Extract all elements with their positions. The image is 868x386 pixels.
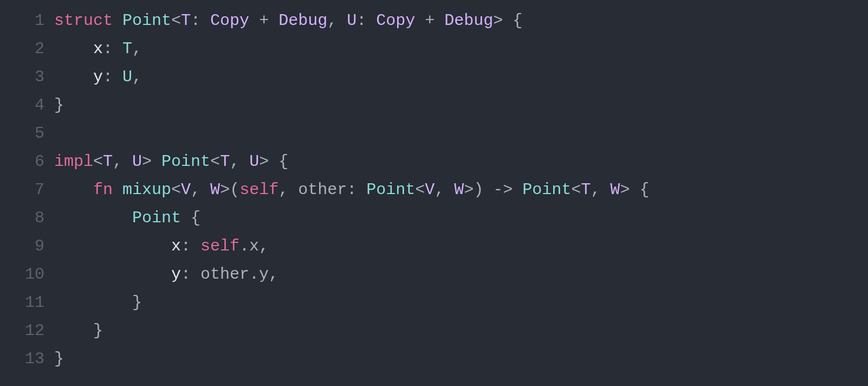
code-token: } — [54, 96, 64, 114]
code-token — [54, 209, 132, 227]
line-number: 7 — [0, 176, 44, 204]
code-token: { — [181, 209, 200, 227]
code-token: Point — [522, 181, 571, 199]
code-token — [54, 237, 171, 255]
code-token: Copy — [210, 11, 249, 30]
line-number: 11 — [0, 288, 44, 317]
code-line[interactable]: } — [54, 91, 868, 119]
code-line[interactable]: y: U, — [54, 63, 868, 91]
code-token: : other.y, — [181, 265, 278, 284]
line-number: 3 — [0, 63, 44, 91]
code-token: : — [103, 40, 122, 58]
line-number: 2 — [0, 35, 44, 63]
code-token: W — [610, 181, 620, 199]
code-token: < — [210, 152, 220, 171]
code-token: V — [425, 181, 435, 199]
code-token: struct — [54, 11, 113, 30]
code-token: Point — [122, 11, 171, 30]
code-token: : — [103, 68, 122, 86]
code-token: { — [503, 11, 522, 30]
code-token: U — [122, 68, 132, 86]
code-token: > — [142, 152, 161, 171]
code-token: Point — [366, 181, 415, 199]
line-number-gutter: 12345678910111213 — [0, 7, 54, 373]
code-token: .x, — [239, 237, 269, 255]
code-token: >( — [220, 181, 239, 199]
line-number: 13 — [0, 345, 44, 373]
code-token: y — [93, 68, 103, 86]
code-token: , — [591, 181, 610, 199]
code-token: impl — [54, 152, 93, 171]
code-line[interactable]: x: self.x, — [54, 232, 868, 260]
code-token: T — [122, 40, 132, 58]
code-token: , — [191, 181, 210, 199]
code-token: , — [132, 40, 142, 58]
code-token: > { — [620, 181, 649, 199]
code-token: Debug — [444, 11, 493, 30]
code-token: : — [191, 11, 210, 30]
code-token: , other: — [278, 181, 366, 199]
code-token: >) -> — [464, 181, 522, 199]
code-token: } — [54, 321, 103, 340]
code-token: , — [435, 181, 454, 199]
code-token: : — [181, 237, 200, 255]
code-token: self — [239, 181, 278, 199]
code-token: W — [454, 181, 464, 199]
code-token: > { — [259, 152, 288, 171]
code-token: < — [93, 152, 103, 171]
code-token: , — [327, 11, 347, 30]
code-token: , — [113, 152, 132, 171]
code-token: : — [357, 11, 376, 30]
code-token: T — [103, 152, 113, 171]
code-line[interactable]: impl<T, U> Point<T, U> { — [54, 147, 868, 176]
code-token: , — [132, 68, 142, 86]
code-token — [54, 40, 93, 58]
line-number: 6 — [0, 147, 44, 176]
code-token: T — [181, 11, 191, 30]
code-token: U — [132, 152, 142, 171]
code-token: T — [581, 181, 591, 199]
code-token: x — [93, 40, 103, 58]
code-token: U — [347, 11, 357, 30]
code-token: + — [415, 11, 444, 30]
code-line[interactable]: } — [54, 288, 868, 317]
code-editor[interactable]: 12345678910111213 struct Point<T: Copy +… — [0, 0, 868, 373]
code-token: self — [200, 237, 239, 255]
code-line[interactable]: Point { — [54, 204, 868, 232]
code-line[interactable]: fn mixup<V, W>(self, other: Point<V, W>)… — [54, 176, 868, 204]
code-line[interactable] — [54, 119, 868, 147]
code-line[interactable]: struct Point<T: Copy + Debug, U: Copy + … — [54, 7, 868, 35]
line-number: 8 — [0, 204, 44, 232]
code-token: Point — [161, 152, 210, 171]
code-line[interactable]: } — [54, 317, 868, 345]
code-content[interactable]: struct Point<T: Copy + Debug, U: Copy + … — [54, 7, 868, 373]
code-token: V — [181, 181, 191, 199]
code-token: Copy — [376, 11, 415, 30]
code-token — [113, 11, 122, 30]
code-token: Debug — [278, 11, 327, 30]
code-token: } — [54, 350, 64, 368]
code-token: < — [415, 181, 425, 199]
code-token: < — [171, 181, 181, 199]
code-line[interactable]: y: other.y, — [54, 260, 868, 288]
code-token: } — [54, 293, 142, 312]
code-token — [54, 181, 93, 199]
line-number: 5 — [0, 119, 44, 147]
code-token: < — [571, 181, 581, 199]
code-token: > — [493, 11, 503, 30]
code-token — [54, 68, 93, 86]
code-token — [54, 265, 171, 284]
code-token: U — [249, 152, 259, 171]
line-number: 10 — [0, 260, 44, 288]
code-token: , — [230, 152, 249, 171]
code-token: + — [249, 11, 278, 30]
code-token: W — [210, 181, 220, 199]
code-line[interactable]: } — [54, 345, 868, 373]
code-token: mixup — [122, 181, 171, 199]
code-token: T — [220, 152, 230, 171]
code-token: fn — [93, 181, 113, 199]
line-number: 4 — [0, 91, 44, 119]
code-token: Point — [132, 209, 181, 227]
code-line[interactable]: x: T, — [54, 35, 868, 63]
code-token: < — [171, 11, 181, 30]
